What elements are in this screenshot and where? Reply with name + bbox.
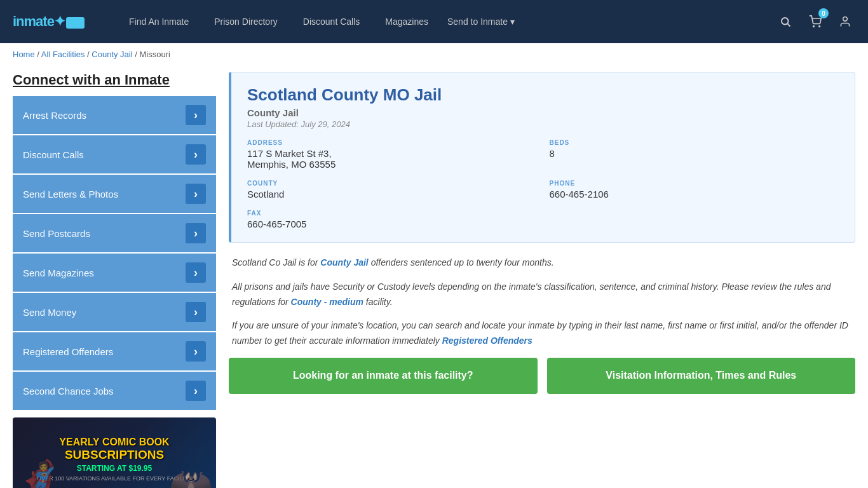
- sidebar: Connect with an Inmate Arrest Records › …: [13, 72, 216, 488]
- sidebar-item-send-letters[interactable]: Send Letters & Photos ›: [13, 175, 216, 213]
- action-buttons: Looking for an inmate at this facility? …: [229, 358, 855, 394]
- sidebar-item-label: Send Magazines: [23, 268, 94, 278]
- sidebar-title: Connect with an Inmate: [13, 72, 216, 88]
- county-value: Scotland: [247, 189, 537, 200]
- beds-block: BEDS 8: [550, 139, 839, 170]
- county-jail-link[interactable]: County Jail: [320, 257, 368, 268]
- county-medium-link[interactable]: County - medium: [291, 297, 363, 307]
- nav-prison-directory[interactable]: Prison Directory: [201, 0, 290, 43]
- address-label: ADDRESS: [247, 139, 537, 146]
- phone-label: PHONE: [550, 180, 839, 187]
- address-block: ADDRESS 117 S Market St #3, Memphis, MO …: [247, 139, 537, 170]
- visitation-info-button[interactable]: Visitation Information, Times and Rules: [547, 358, 856, 394]
- facility-name: Scotland County MO Jail: [247, 85, 839, 105]
- description-para1: Scotland Co Jail is for County Jail offe…: [232, 255, 852, 271]
- svg-point-4: [843, 17, 848, 22]
- svg-point-2: [813, 26, 815, 27]
- sidebar-arrow: ›: [186, 302, 206, 322]
- nav-discount-calls[interactable]: Discount Calls: [290, 0, 372, 43]
- logo-text: inmate✦AID: [13, 13, 85, 30]
- sidebar-item-label: Arrest Records: [23, 110, 86, 121]
- fax-label: FAX: [247, 210, 537, 217]
- user-icon[interactable]: [835, 11, 855, 32]
- facility-description: Scotland Co Jail is for County Jail offe…: [229, 255, 855, 349]
- description-para2: All prisons and jails have Security or C…: [232, 280, 852, 310]
- sidebar-arrow: ›: [186, 105, 206, 125]
- county-block: COUNTY Scotland: [247, 180, 537, 200]
- header: inmate✦AID Find An Inmate Prison Directo…: [0, 0, 868, 43]
- main-content: Scotland County MO Jail County Jail Last…: [229, 72, 855, 488]
- sidebar-arrow: ›: [186, 144, 206, 165]
- ad-banner[interactable]: YEARLY COMIC BOOK SUBSCRIPTIONS STARTING…: [13, 417, 216, 488]
- nav-icons: 0: [775, 11, 855, 32]
- sidebar-item-arrest-records[interactable]: Arrest Records ›: [13, 96, 216, 134]
- description-para3: If you are unsure of your inmate's locat…: [232, 318, 852, 349]
- sidebar-item-send-postcards[interactable]: Send Postcards ›: [13, 214, 216, 252]
- breadcrumb-all-facilities[interactable]: All Facilities: [41, 50, 85, 59]
- breadcrumb-county-jail[interactable]: County Jail: [92, 50, 132, 59]
- fax-value: 660-465-7005: [247, 219, 537, 229]
- registered-offenders-link[interactable]: Registered Offenders: [442, 336, 532, 346]
- cart-wrapper[interactable]: 0: [805, 11, 825, 32]
- svg-point-0: [782, 18, 789, 25]
- superman-icon: 🦸: [16, 462, 64, 488]
- sidebar-item-label: Send Letters & Photos: [23, 189, 118, 200]
- sidebar-item-label: Discount Calls: [23, 149, 84, 160]
- sidebar-arrow: ›: [186, 262, 206, 283]
- address-value: 117 S Market St #3, Memphis, MO 63555: [247, 148, 537, 170]
- breadcrumb-state: Missouri: [139, 50, 170, 59]
- sidebar-arrow: ›: [186, 184, 206, 204]
- sidebar-item-label: Send Postcards: [23, 228, 90, 239]
- county-label: COUNTY: [247, 180, 537, 187]
- sidebar-item-registered-offenders[interactable]: Registered Offenders ›: [13, 332, 216, 370]
- facility-details: ADDRESS 117 S Market St #3, Memphis, MO …: [247, 139, 839, 229]
- sidebar-item-send-money[interactable]: Send Money ›: [13, 293, 216, 331]
- main-container: Connect with an Inmate Arrest Records › …: [0, 65, 868, 488]
- looking-for-inmate-button[interactable]: Looking for an inmate at this facility?: [229, 358, 538, 394]
- facility-updated: Last Updated: July 29, 2024: [247, 119, 839, 129]
- nav-magazines[interactable]: Magazines: [372, 0, 441, 43]
- sidebar-item-send-magazines[interactable]: Send Magazines ›: [13, 254, 216, 292]
- facility-card: Scotland County MO Jail County Jail Last…: [229, 72, 855, 243]
- logo[interactable]: inmate✦AID: [13, 13, 85, 30]
- beds-value: 8: [550, 148, 839, 159]
- cart-badge: 0: [818, 8, 829, 18]
- breadcrumb-home[interactable]: Home: [13, 50, 35, 59]
- main-nav: Find An Inmate Prison Directory Discount…: [116, 0, 756, 43]
- phone-block: PHONE 660-465-2106: [550, 180, 839, 200]
- sidebar-arrow: ›: [186, 381, 206, 401]
- fax-block: FAX 660-465-7005: [247, 210, 537, 229]
- sidebar-menu: Arrest Records › Discount Calls › Send L…: [13, 96, 216, 410]
- svg-line-1: [787, 24, 790, 26]
- sidebar-item-discount-calls[interactable]: Discount Calls ›: [13, 135, 216, 173]
- sidebar-item-second-chance-jobs[interactable]: Second Chance Jobs ›: [13, 372, 216, 410]
- ad-title: YEARLY COMIC BOOK SUBSCRIPTIONS: [37, 436, 192, 463]
- batman-icon: 🦇: [169, 465, 213, 488]
- facility-type: County Jail: [247, 107, 839, 118]
- sidebar-item-label: Second Chance Jobs: [23, 386, 114, 396]
- sidebar-item-label: Registered Offenders: [23, 346, 113, 357]
- nav-send-to-inmate[interactable]: Send to Inmate ▾: [441, 0, 521, 43]
- sidebar-arrow: ›: [186, 341, 206, 362]
- beds-label: BEDS: [550, 139, 839, 146]
- sidebar-item-label: Send Money: [23, 307, 76, 318]
- breadcrumb-bar: Home / All Facilities / County Jail / Mi…: [0, 43, 868, 65]
- sidebar-arrow: ›: [186, 223, 206, 243]
- logo-bird-icon: ✦: [54, 13, 65, 29]
- breadcrumb: Home / All Facilities / County Jail / Mi…: [13, 50, 855, 59]
- svg-point-3: [819, 26, 820, 27]
- nav-find-inmate[interactable]: Find An Inmate: [116, 0, 201, 43]
- search-icon[interactable]: [775, 11, 796, 32]
- phone-value: 660-465-2106: [550, 189, 839, 200]
